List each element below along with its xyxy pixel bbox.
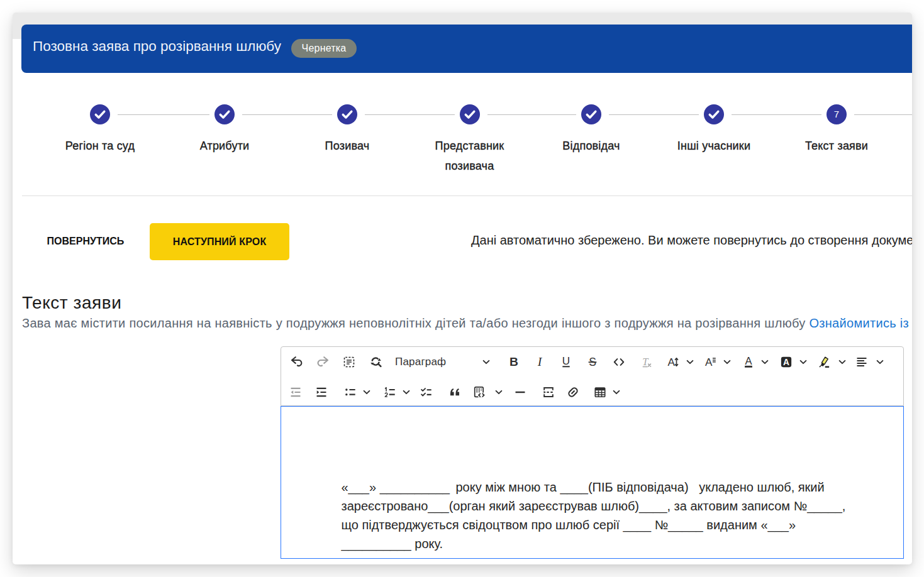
svg-text:B: B [509,355,518,368]
svg-text:A: A [783,358,789,367]
svg-text:I: I [537,355,543,368]
svg-text:U: U [562,355,570,367]
svg-text:A: A [745,355,752,366]
svg-text:A: A [667,356,675,368]
svg-text:A: A [705,356,713,368]
